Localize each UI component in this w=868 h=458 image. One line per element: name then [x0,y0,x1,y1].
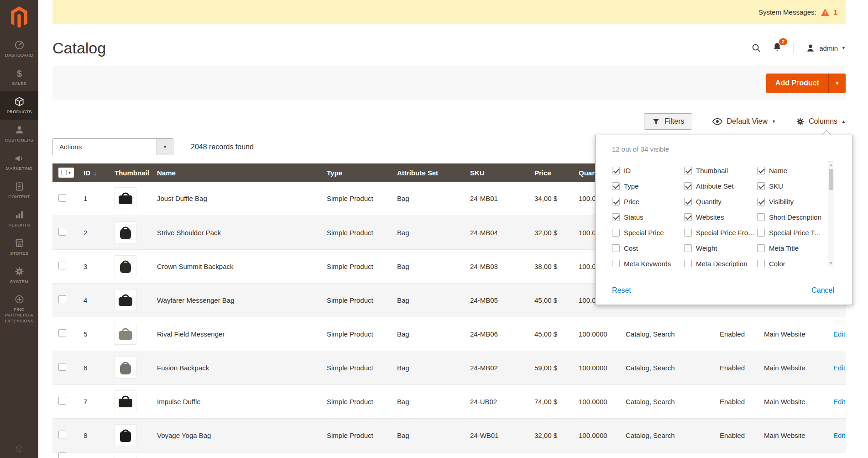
sidebar-item-products[interactable]: PRODUCTS [0,91,38,120]
edit-link[interactable]: Edit [833,398,845,405]
cell-name: Impulse Duffle [151,384,321,418]
product-thumbnail [115,424,136,446]
col-header-type[interactable]: Type [321,163,391,182]
row-checkbox[interactable] [58,262,66,269]
cell-thumbnail [109,418,151,452]
sidebar-item-marketing[interactable]: MARKETING [0,148,38,176]
columns-button[interactable]: Columns ▲ [796,117,846,126]
filters-button[interactable]: Filters [644,113,693,130]
cell-thumbnail [109,283,151,317]
caret-down-icon: ▼ [842,46,846,50]
eye-icon [712,118,722,125]
row-checkbox[interactable] [58,228,66,236]
col-header-attribute-set[interactable]: Attribute Set [391,163,464,182]
column-option-type[interactable]: Type [612,182,684,190]
sort-desc-icon: ↓ [94,170,97,177]
column-option-price[interactable]: Price [612,198,684,205]
column-option-meta-keywords[interactable]: Meta Keywords [612,260,684,267]
cell-action: Edit [827,317,846,351]
cancel-link[interactable]: Cancel [811,286,834,295]
column-option-id[interactable]: ID [612,167,684,174]
column-option-meta-title[interactable]: Meta Title [757,244,825,252]
row-checkbox[interactable] [58,363,66,371]
admin-account-menu[interactable]: admin ▼ [793,43,846,53]
sidebar-item-reports[interactable]: REPORTS [0,205,38,233]
col-header-thumbnail[interactable]: Thumbnail [109,163,151,182]
scrollbar-thumb[interactable] [829,169,833,190]
row-checkbox[interactable] [58,194,66,202]
table-row[interactable]: 6 Fusion Backpack Simple Product Bag 24-… [52,351,846,384]
select-all-control[interactable]: ▼ [58,168,74,178]
column-option-visibility[interactable]: Visibility [757,198,825,205]
column-option-quantity[interactable]: Quantity [684,198,757,205]
column-option-cost[interactable]: Cost [612,244,684,252]
edit-link[interactable]: Edit [833,432,845,439]
user-icon [805,43,816,53]
checkbox [612,244,620,252]
column-option-special-price-to[interactable]: Special Price To Da... [757,229,825,237]
sidebar-item-dashboard[interactable]: DASHBOARD [0,35,38,63]
scroll-up-icon[interactable]: ▲ [829,162,833,168]
column-option-special-price-from[interactable]: Special Price From... [684,229,757,237]
cell-sku: 24-MB04 [464,216,528,249]
row-checkbox[interactable] [58,431,66,438]
magento-logo[interactable] [0,0,38,35]
sidebar-item-content[interactable]: CONTENT [0,176,38,205]
reset-link[interactable]: Reset [612,286,631,295]
col-header-id[interactable]: ID↓ [78,163,109,182]
column-option-thumbnail[interactable]: Thumbnail [684,167,757,174]
cell-id: 7 [78,384,109,418]
system-messages-count[interactable]: 1 [834,8,837,16]
columns-options-grid: ID Thumbnail Name Type Attribute Set SKU… [612,163,825,267]
cell-type: Simple Product [321,418,391,452]
cell-select [52,249,78,283]
sidebar-item-find-partners[interactable]: FIND PARTNERS & EXTENSIONS [0,290,38,328]
cell-websites: Main Website [758,317,827,351]
column-option-status[interactable]: Status [612,213,684,221]
table-row[interactable]: 5 Rival Field Messenger Simple Product B… [52,317,846,351]
column-option-color[interactable]: Color [757,260,825,267]
actions-dropdown-toggle[interactable]: ▼ [157,139,173,155]
column-option-sku[interactable]: SKU [757,182,825,190]
row-checkbox[interactable] [58,397,66,405]
add-product-button[interactable]: Add Product [766,74,828,93]
cell-select [52,317,78,351]
column-option-name[interactable]: Name [757,167,825,174]
row-checkbox[interactable] [58,295,66,303]
column-option-websites[interactable]: Websites [684,213,757,221]
notifications-bell-icon[interactable]: 2 [772,42,782,54]
col-header-name[interactable]: Name [151,163,321,182]
sidebar-item-system[interactable]: SYSTEM [0,261,38,290]
row-checkbox[interactable] [58,329,66,337]
edit-link[interactable]: Edit [833,364,845,372]
table-row[interactable]: 7 Impulse Duffle Simple Product Bag 24-U… [52,384,846,418]
col-header-sku[interactable]: SKU [464,163,528,182]
cell-thumbnail [109,351,151,384]
actions-dropdown[interactable]: Actions ▼ [52,138,173,155]
caret-down-icon: ▼ [68,171,72,175]
column-option-short-description[interactable]: Short Description [757,213,825,221]
column-option-attribute-set[interactable]: Attribute Set [684,182,757,190]
cell-action: Edit [827,384,846,418]
edit-link[interactable]: Edit [833,330,845,338]
cell-sku: 24-UB02 [464,384,528,418]
sidebar-item-sales[interactable]: $ SALES [0,63,38,91]
cell-type: Simple Product [321,283,391,317]
add-product-toggle[interactable]: ▼ [828,74,846,93]
col-header-price[interactable]: Price [528,163,573,182]
checkbox [684,260,692,267]
search-icon[interactable] [751,43,761,53]
view-selector-button[interactable]: Default View ▼ [712,117,775,126]
table-row[interactable] [52,452,846,458]
sidebar-item-customers[interactable]: CUSTOMERS [0,120,38,148]
sidebar-item-stores[interactable]: STORES [0,233,38,261]
cell-attribute-set: Bag [391,249,464,283]
column-option-meta-description[interactable]: Meta Description [684,260,757,267]
row-checkbox[interactable] [58,453,66,458]
cell-name: Strive Shoulder Pack [151,216,321,249]
column-option-weight[interactable]: Weight [684,244,757,252]
product-thumbnail [115,221,136,243]
column-option-special-price[interactable]: Special Price [612,229,684,237]
table-row[interactable]: 8 Voyage Yoga Bag Simple Product Bag 24-… [52,418,846,452]
scroll-down-icon[interactable]: ▼ [829,260,833,267]
